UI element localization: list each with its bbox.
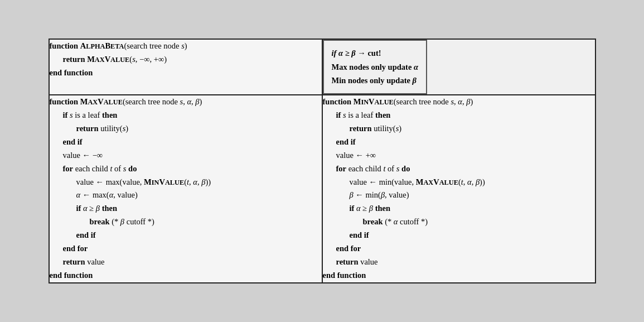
value-assign-2: value ← min(value,: [350, 177, 416, 186]
end-if-kw-3: end if: [336, 137, 356, 146]
for-each-2: each child t of s: [348, 164, 401, 173]
minvalue-call-args: (t, α, β)): [184, 177, 211, 186]
minvalue-funcname: MINVALUE: [354, 97, 394, 106]
hint-line3: Min nodes only update β: [332, 74, 418, 88]
maxvalue-args: (s, −∞, +∞): [129, 55, 167, 64]
utility-call-2: utility(s): [374, 124, 401, 133]
hint-line1: if α ≥ β → cut!: [332, 46, 418, 60]
alpha-cutoff: (* α cutoff *): [385, 217, 428, 226]
minvalue-ref: MINVALUE: [144, 177, 184, 186]
maxvalue-call-args: (t, α, β)): [458, 177, 485, 186]
maxvalue-header: function MAXVALUE(search tree node s, α,…: [50, 95, 322, 109]
return-keyword-1: return: [63, 55, 85, 64]
minvalue-value-assign: value ← min(value, MAXVALUE(t, α, β)): [323, 176, 595, 189]
alphabeta-name: ALPHABETA: [80, 41, 124, 50]
return-kw-5: return: [336, 257, 359, 266]
end-if-kw-2: end if: [76, 230, 96, 239]
top-row: function ALPHABETA(search tree node s) r…: [49, 39, 595, 95]
top-left-cell: function ALPHABETA(search tree node s) r…: [49, 39, 322, 95]
then-kw-2: then: [102, 204, 117, 213]
maxvalue-value-assign: value ← max(value, MINVALUE(t, α, β)): [50, 176, 322, 189]
end-for-kw-1: end for: [63, 244, 88, 253]
do-kw-1: do: [128, 164, 137, 173]
minvalue-return: return value: [323, 256, 595, 269]
break-kw-2: break: [363, 217, 383, 226]
cutoff-cond-2: α ≥ β: [356, 204, 375, 213]
minvalue-break: break (* α cutoff *): [323, 215, 595, 229]
minvalue-header: function MINVALUE(search tree node s, α,…: [323, 95, 595, 109]
maxvalue-return: return value: [50, 256, 322, 269]
alphabeta-line2: return MAXVALUE(s, −∞, +∞): [50, 53, 322, 66]
maxvalue-alpha-update: α ← max(α, value): [50, 189, 322, 202]
maxvalue-if-cutoff: if α ≥ β then: [50, 202, 322, 215]
end-function-kw-3: end function: [323, 271, 366, 280]
then-kw-3: then: [375, 110, 390, 119]
minvalue-end-for: end for: [323, 242, 595, 256]
alphabeta-end: end function: [50, 66, 322, 80]
page-container: function ALPHABETA(search tree node s) r…: [0, 0, 644, 322]
maxvalue-end-if-2: end if: [50, 229, 322, 242]
function-keyword: function: [50, 41, 79, 50]
minvalue-if-cutoff: if α ≥ β then: [323, 202, 595, 215]
minvalue-function: function MINVALUE(search tree node s, α,…: [323, 95, 595, 282]
if-kw-1: if: [63, 110, 68, 119]
then-kw-4: then: [375, 204, 390, 213]
maxvalue-break: break (* β cutoff *): [50, 215, 322, 229]
maxvalue-call: MAXVALUE: [87, 55, 129, 64]
beta-cutoff: (* β cutoff *): [112, 217, 154, 226]
return-value-2: value: [360, 257, 377, 266]
end-function-kw-2: end function: [50, 271, 93, 280]
return-value-1: value: [87, 257, 104, 266]
for-kw-1: for: [63, 164, 74, 173]
minvalue-end-if-2: end if: [323, 229, 595, 242]
minvalue-beta-update: β ← min(β, value): [323, 189, 595, 202]
value-init-1: value ← −∞: [63, 151, 103, 160]
break-kw-1: break: [90, 217, 110, 226]
minvalue-init-value: value ← +∞: [323, 149, 595, 162]
maxvalue-init-value: value ← −∞: [50, 149, 322, 162]
maxvalue-if-leaf: if s is a leaf then: [50, 109, 322, 122]
maxvalue-funcname: MAXVALUE: [80, 97, 123, 106]
alphabeta-arg: (search tree node s): [124, 41, 187, 50]
minvalue-end-if-1: end if: [323, 136, 595, 149]
maxvalue-ref: MAXVALUE: [416, 177, 458, 186]
if-kw-3: if: [336, 110, 341, 119]
maxvalue-function: function MAXVALUE(search tree node s, α,…: [50, 95, 322, 282]
maxvalue-for: for each child t of s do: [50, 162, 322, 176]
if-kw-2: if: [76, 204, 81, 213]
minvalue-if-leaf: if s is a leaf then: [323, 109, 595, 122]
minvalue-end-function: end function: [323, 269, 595, 282]
main-table: function ALPHABETA(search tree node s) r…: [49, 39, 596, 283]
hint-line2: Max nodes only update α: [332, 60, 418, 74]
return-kw-3: return: [63, 257, 85, 266]
maxvalue-end-function: end function: [50, 269, 322, 282]
end-if-kw-1: end if: [63, 137, 83, 146]
minvalue-return-utility: return utility(s): [323, 122, 595, 136]
minvalue-sig: (search tree node s, α, β): [394, 97, 473, 106]
hint-box: if α ≥ β → cut! Max nodes only update α …: [323, 40, 427, 94]
cutoff-cond-1: α ≥ β: [83, 204, 102, 213]
alphabeta-function: function ALPHABETA(search tree node s) r…: [50, 40, 322, 80]
beta-update: β ← min(β, value): [350, 190, 409, 199]
alpha-update: α ← max(α, value): [76, 190, 138, 199]
return-kw-2: return: [76, 124, 99, 133]
function-kw-maxvalue: function: [50, 97, 79, 106]
value-init-2: value ← +∞: [336, 151, 376, 160]
value-assign-1: value ← max(value,: [76, 177, 144, 186]
alphabeta-line1: function ALPHABETA(search tree node s): [50, 40, 322, 53]
minvalue-for: for each child t of s do: [323, 162, 595, 176]
maxvalue-end-if-1: end if: [50, 136, 322, 149]
if-kw-4: if: [350, 204, 355, 213]
return-kw-4: return: [350, 124, 372, 133]
maxvalue-sig: (search tree node s, α, β): [123, 97, 202, 106]
for-each-1: each child t of s: [75, 164, 128, 173]
top-right-cell: if α ≥ β → cut! Max nodes only update α …: [322, 39, 595, 95]
bottom-right-cell: function MINVALUE(search tree node s, α,…: [322, 95, 595, 283]
maxvalue-end-for: end for: [50, 242, 322, 256]
utility-call-1: utility(s): [100, 124, 128, 133]
then-kw-1: then: [102, 110, 117, 119]
maxvalue-return-utility: return utility(s): [50, 122, 322, 136]
leaf-condition-2: s is a leaf: [343, 110, 375, 119]
end-function-kw-1: end function: [50, 68, 93, 77]
do-kw-2: do: [401, 164, 410, 173]
